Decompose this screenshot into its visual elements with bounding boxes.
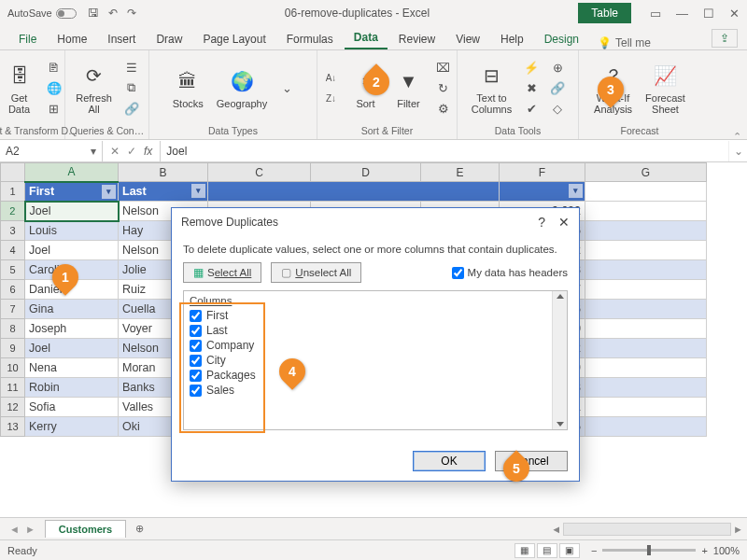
- expand-formula-icon[interactable]: ⌄: [728, 141, 747, 161]
- unselect-all-icon: ▢: [281, 266, 291, 279]
- undo-icon[interactable]: ↶: [108, 7, 118, 20]
- sheet-nav-prev-icon[interactable]: ◄: [9, 524, 20, 535]
- tab-design[interactable]: Design: [535, 29, 588, 49]
- hscroll-track[interactable]: [563, 523, 731, 536]
- status-ready: Ready: [7, 545, 37, 556]
- window-title: 06-remove-duplicates - Excel: [136, 7, 579, 20]
- name-box[interactable]: A2▾: [0, 141, 103, 161]
- tab-view[interactable]: View: [446, 29, 489, 49]
- get-data-icon: 🗄: [5, 61, 35, 91]
- from-text-icon[interactable]: 🖹: [44, 58, 64, 77]
- ok-button[interactable]: OK: [413, 451, 486, 471]
- stocks-button[interactable]: 🏛 Stocks: [169, 64, 207, 111]
- fx-icon[interactable]: fx: [144, 145, 152, 158]
- filter-button[interactable]: ▼ Filter: [390, 64, 428, 111]
- columns-listbox[interactable]: Columns First Last Company City Packages…: [183, 290, 568, 430]
- redo-icon[interactable]: ↷: [127, 7, 136, 20]
- dialog-message: To delete duplicate values, select one o…: [183, 244, 568, 255]
- filter-icon: ▼: [394, 66, 424, 96]
- advanced-filter-icon[interactable]: ⚙: [433, 99, 454, 118]
- enter-formula-icon[interactable]: ✓: [127, 145, 136, 158]
- close-icon[interactable]: ✕: [729, 7, 740, 21]
- dialog-title: Remove Duplicates: [181, 216, 278, 229]
- sheet-nav-next-icon[interactable]: ►: [25, 524, 35, 535]
- consolidate-icon[interactable]: ⊕: [547, 58, 568, 77]
- tell-me-search[interactable]: 💡 Tell me: [598, 36, 651, 49]
- clear-filter-icon[interactable]: ⌧: [433, 58, 454, 77]
- from-web-icon[interactable]: 🌐: [44, 78, 64, 97]
- sort-az-icon[interactable]: A↓: [321, 68, 342, 87]
- formula-bar[interactable]: Joel: [160, 141, 728, 161]
- formula-bar-row: A2▾ ✕ ✓ fx Joel ⌄: [0, 140, 747, 162]
- from-table-icon[interactable]: ⊞: [44, 99, 64, 118]
- scrollbar[interactable]: [552, 291, 567, 429]
- cancel-formula-icon[interactable]: ✕: [110, 145, 120, 158]
- contextual-tab-table: Table: [578, 3, 631, 23]
- column-checkbox[interactable]: Company: [190, 338, 561, 353]
- column-checkbox[interactable]: Sales: [190, 383, 561, 398]
- tab-file[interactable]: File: [9, 29, 46, 49]
- refresh-icon: ⟳: [79, 61, 109, 91]
- my-data-has-headers-checkbox[interactable]: My data has headers: [452, 267, 568, 279]
- tab-insert[interactable]: Insert: [98, 29, 145, 49]
- zoom-slider[interactable]: [602, 549, 696, 552]
- maximize-icon[interactable]: ☐: [703, 7, 714, 21]
- forecast-sheet-button[interactable]: 📈 ForecastSheet: [641, 59, 689, 117]
- unselect-all-button[interactable]: ▢ Unselect All: [271, 262, 361, 283]
- chevron-down-icon: ▾: [91, 145, 96, 158]
- tab-help[interactable]: Help: [491, 29, 533, 49]
- flash-fill-icon[interactable]: ⚡: [521, 58, 542, 77]
- autosave-toggle[interactable]: AutoSave: [7, 7, 77, 19]
- hscroll-right-icon[interactable]: ►: [733, 524, 743, 535]
- new-sheet-button[interactable]: ⊕: [126, 523, 153, 535]
- geography-button[interactable]: 🌍 Geography: [213, 64, 271, 111]
- toggle-off-icon: [56, 8, 77, 19]
- refresh-all-button[interactable]: ⟳ RefreshAll: [72, 59, 116, 117]
- page-layout-view-icon[interactable]: ▤: [537, 543, 557, 558]
- zoom-in-icon[interactable]: +: [701, 545, 707, 556]
- column-checkbox[interactable]: Packages: [190, 368, 561, 383]
- sort-za-icon[interactable]: Z↓: [321, 89, 342, 107]
- save-icon[interactable]: 🖫: [88, 7, 99, 20]
- sheet-tab-customers[interactable]: Customers: [45, 520, 126, 538]
- column-checkbox[interactable]: City: [190, 353, 561, 368]
- tab-home[interactable]: Home: [48, 29, 96, 49]
- sheet-tab-bar: ◄ ► Customers ⊕ ◄ ►: [0, 517, 747, 539]
- zoom-level[interactable]: 100%: [713, 545, 740, 556]
- minimize-icon[interactable]: —: [676, 7, 688, 21]
- zoom-out-icon[interactable]: −: [591, 545, 597, 556]
- remove-duplicates-icon[interactable]: ✖: [521, 78, 542, 97]
- collapse-ribbon-icon[interactable]: ⌃: [733, 131, 741, 143]
- select-all-icon: ▦: [193, 266, 204, 279]
- reapply-icon[interactable]: ↻: [433, 78, 454, 97]
- forecast-icon: 📈: [650, 61, 680, 91]
- data-type-more-icon[interactable]: ⌄: [276, 78, 297, 97]
- properties-icon[interactable]: ⧉: [121, 78, 142, 97]
- column-checkbox[interactable]: Last: [190, 323, 561, 338]
- get-data-button[interactable]: 🗄 GetData: [1, 59, 38, 117]
- tab-data[interactable]: Data: [345, 27, 388, 49]
- text-to-columns-button[interactable]: ⊟ Text toColumns: [468, 59, 515, 117]
- edit-links-icon[interactable]: 🔗: [121, 99, 142, 118]
- queries-icon[interactable]: ☰: [121, 58, 142, 77]
- share-button[interactable]: ⇪: [712, 29, 738, 48]
- column-checkbox[interactable]: First: [190, 308, 561, 323]
- select-all-button[interactable]: ▦ Select All: [183, 262, 261, 283]
- ribbon-options-icon[interactable]: ▭: [650, 7, 661, 21]
- tab-draw[interactable]: Draw: [147, 29, 191, 49]
- tab-review[interactable]: Review: [389, 29, 444, 49]
- tab-page-layout[interactable]: Page Layout: [193, 29, 275, 49]
- status-bar: Ready ▦ ▤ ▣ − + 100%: [0, 539, 747, 560]
- hscroll-left-icon[interactable]: ◄: [551, 524, 561, 535]
- title-bar: AutoSave 🖫 ↶ ↷ 06-remove-duplicates - Ex…: [0, 0, 747, 26]
- normal-view-icon[interactable]: ▦: [514, 543, 535, 558]
- page-break-view-icon[interactable]: ▣: [559, 543, 580, 558]
- dialog-close-icon[interactable]: ✕: [558, 215, 570, 230]
- relationships-icon[interactable]: 🔗: [547, 78, 568, 97]
- remove-duplicates-dialog: Remove Duplicates ? ✕ To delete duplicat…: [171, 207, 580, 482]
- data-validation-icon[interactable]: ✔: [521, 99, 542, 118]
- tab-formulas[interactable]: Formulas: [277, 29, 343, 49]
- share-icon: ⇪: [720, 32, 729, 45]
- dialog-help-icon[interactable]: ?: [538, 215, 545, 230]
- data-model-icon[interactable]: ◇: [547, 99, 568, 118]
